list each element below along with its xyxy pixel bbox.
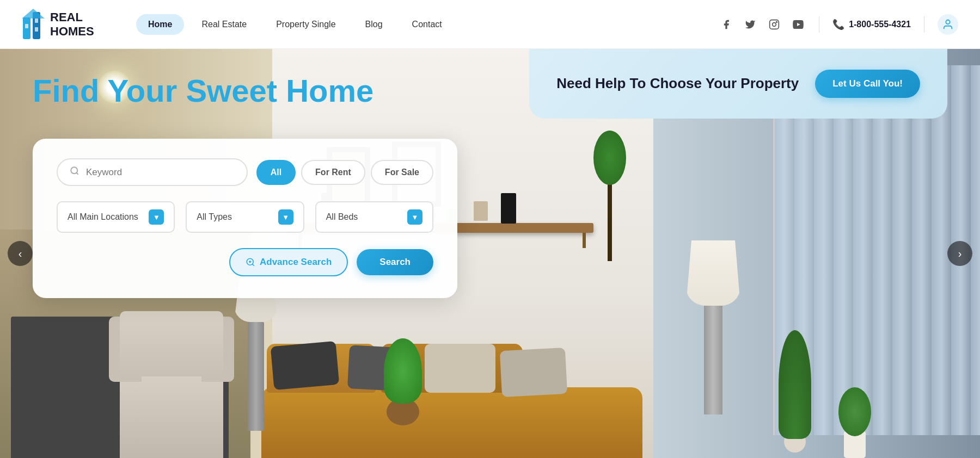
- logo-text: REAL HOMES: [50, 10, 94, 38]
- user-account-button[interactable]: [938, 14, 958, 35]
- header-divider-2: [924, 16, 924, 33]
- carousel-next-button[interactable]: ›: [947, 241, 972, 266]
- beds-dropdown[interactable]: All Beds ▼: [315, 201, 433, 233]
- facebook-icon[interactable]: [719, 17, 734, 32]
- header-right: 📞 1-800-555-4321: [719, 14, 958, 35]
- svg-point-8: [776, 21, 777, 22]
- search-action-row: Advance Search Search: [57, 248, 433, 276]
- header: REAL HOMES Home Real Estate Property Sin…: [0, 0, 980, 49]
- nav-contact[interactable]: Contact: [400, 14, 454, 35]
- phone-icon: 📞: [832, 18, 844, 30]
- logo[interactable]: REAL HOMES: [22, 8, 120, 41]
- help-text: Need Help To Choose Your Property: [556, 75, 799, 93]
- help-banner: Need Help To Choose Your Property Let Us…: [529, 49, 947, 119]
- types-dropdown[interactable]: All Types ▼: [186, 201, 304, 233]
- svg-point-7: [773, 22, 776, 26]
- phone-number: 1-800-555-4321: [849, 20, 911, 29]
- search-top-row: All For Rent For Sale: [57, 158, 433, 186]
- svg-rect-3: [25, 24, 28, 28]
- search-button[interactable]: Search: [357, 249, 433, 275]
- svg-rect-5: [35, 27, 38, 32]
- search-card: All For Rent For Sale All Main Locations…: [33, 139, 457, 298]
- phone-area[interactable]: 📞 1-800-555-4321: [832, 18, 911, 30]
- twitter-icon[interactable]: [743, 17, 758, 32]
- keyword-input[interactable]: [86, 167, 235, 178]
- beds-label: All Beds: [326, 212, 358, 222]
- nav-home[interactable]: Home: [136, 14, 184, 35]
- types-label: All Types: [197, 212, 232, 222]
- filter-all-button[interactable]: All: [256, 160, 296, 185]
- types-arrow: ▼: [278, 209, 293, 225]
- locations-arrow: ▼: [149, 209, 164, 225]
- search-small-icon: [70, 166, 79, 178]
- svg-point-10: [71, 167, 77, 174]
- nav-property-single[interactable]: Property Single: [264, 14, 347, 35]
- carousel-prev-button[interactable]: ‹: [8, 241, 33, 266]
- logo-icon: [22, 8, 45, 41]
- main-nav: Home Real Estate Property Single Blog Co…: [136, 14, 454, 35]
- call-button[interactable]: Let Us Call You!: [815, 70, 920, 98]
- locations-dropdown[interactable]: All Main Locations ▼: [57, 201, 175, 233]
- social-icons: [719, 17, 806, 32]
- filter-rent-button[interactable]: For Rent: [301, 160, 365, 185]
- hero-section: Need Help To Choose Your Property Let Us…: [0, 49, 980, 458]
- svg-point-9: [946, 20, 950, 23]
- chevron-left-icon: ‹: [19, 247, 22, 260]
- keyword-input-wrap[interactable]: [57, 158, 248, 186]
- instagram-icon[interactable]: [767, 17, 782, 32]
- svg-marker-2: [22, 9, 45, 18]
- nav-real-estate[interactable]: Real Estate: [189, 14, 259, 35]
- svg-line-13: [252, 264, 254, 265]
- advance-search-button[interactable]: Advance Search: [229, 248, 348, 276]
- hero-title: Find Your Sweet Home: [33, 72, 373, 110]
- svg-rect-4: [35, 18, 38, 23]
- filter-sale-button[interactable]: For Sale: [371, 160, 433, 185]
- chevron-right-icon: ›: [958, 247, 962, 260]
- header-divider: [819, 16, 819, 33]
- svg-line-11: [76, 172, 78, 174]
- nav-blog[interactable]: Blog: [353, 14, 395, 35]
- advance-search-label: Advance Search: [260, 257, 332, 268]
- svg-rect-6: [770, 20, 779, 29]
- locations-label: All Main Locations: [68, 212, 138, 222]
- beds-arrow: ▼: [407, 209, 422, 225]
- youtube-icon[interactable]: [791, 17, 806, 32]
- search-dropdowns-row: All Main Locations ▼ All Types ▼ All Bed…: [57, 201, 433, 233]
- filter-buttons: All For Rent For Sale: [256, 160, 433, 185]
